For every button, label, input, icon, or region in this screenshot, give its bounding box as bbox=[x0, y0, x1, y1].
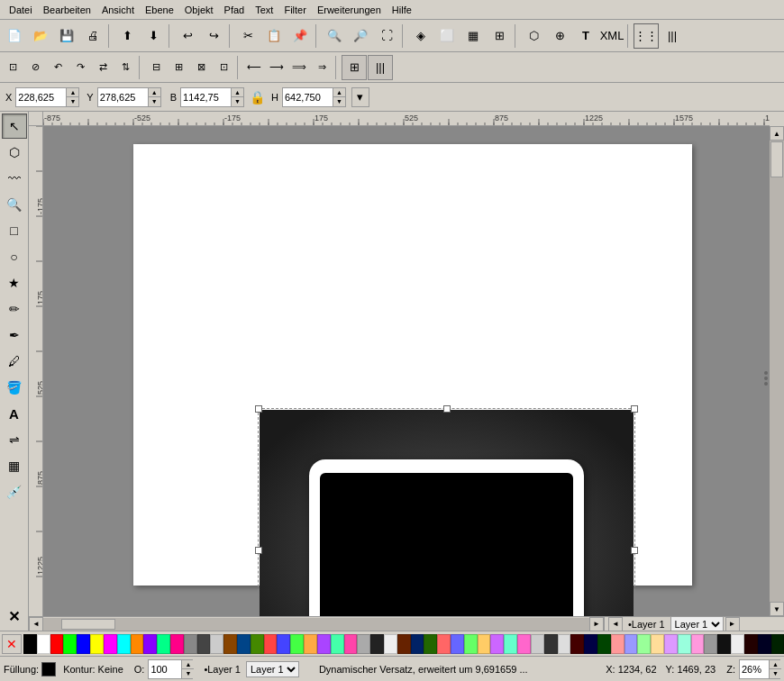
transform-btn[interactable]: ⊕ bbox=[547, 23, 572, 49]
x-spin-up[interactable]: ▲ bbox=[66, 88, 78, 97]
palette-color-ff8800[interactable] bbox=[131, 634, 144, 654]
grid-btn[interactable]: ||| bbox=[660, 23, 685, 49]
x-input[interactable] bbox=[16, 88, 66, 106]
palette-color-cc66ff[interactable] bbox=[490, 634, 504, 654]
v-scroll-thumb[interactable] bbox=[770, 141, 783, 177]
palette-color-aa44ff[interactable] bbox=[317, 634, 331, 654]
palette-color-004400[interactable] bbox=[597, 634, 611, 654]
snap-grid-toggle[interactable]: ||| bbox=[368, 55, 393, 80]
xml-btn[interactable]: XML bbox=[599, 23, 624, 49]
menu-pfad[interactable]: Pfad bbox=[219, 3, 251, 17]
copy-btn[interactable]: 📋 bbox=[261, 23, 287, 49]
ellipse-tool[interactable]: ○ bbox=[2, 244, 27, 269]
b-input[interactable] bbox=[181, 88, 231, 106]
tc-btn6[interactable]: ⇅ bbox=[114, 57, 136, 78]
palette-color-ffaa44[interactable] bbox=[304, 634, 317, 654]
palette-color-000000[interactable] bbox=[23, 634, 37, 654]
palette-color-999999[interactable] bbox=[704, 634, 717, 654]
palette-color-220000[interactable] bbox=[744, 634, 758, 654]
menu-ebene[interactable]: Ebene bbox=[140, 3, 179, 17]
y-spin-up[interactable]: ▲ bbox=[148, 88, 160, 97]
tc-btn13[interactable]: ⟹ bbox=[288, 57, 310, 78]
palette-color-662200[interactable] bbox=[397, 634, 411, 654]
zoom-spin-down[interactable]: ▼ bbox=[769, 669, 781, 678]
print-btn[interactable]: 🖨 bbox=[80, 23, 105, 49]
menu-ansicht[interactable]: Ansicht bbox=[96, 3, 140, 17]
palette-color-ffffff[interactable] bbox=[37, 634, 50, 654]
palette-color-4444ff[interactable] bbox=[277, 634, 290, 654]
x-spin-down[interactable]: ▼ bbox=[66, 97, 78, 106]
opacity-input[interactable] bbox=[149, 660, 181, 678]
v-scroll-track[interactable] bbox=[770, 141, 784, 602]
hscroll-right-btn[interactable]: ► bbox=[589, 617, 604, 631]
palette-color-000044[interactable] bbox=[584, 634, 597, 654]
tweak-tool[interactable]: 〰 bbox=[2, 166, 27, 191]
pencil-tool[interactable]: ✏ bbox=[2, 296, 27, 322]
import-btn[interactable]: ⬆ bbox=[114, 23, 140, 49]
palette-color-ffcc66[interactable] bbox=[478, 634, 491, 654]
handle-tr[interactable] bbox=[631, 405, 638, 413]
hscroll-left-btn[interactable]: ◄ bbox=[29, 617, 43, 631]
tc-btn7[interactable]: ⊟ bbox=[145, 57, 167, 78]
menu-bearbeiten[interactable]: Bearbeiten bbox=[38, 3, 96, 17]
zoom-fit-btn[interactable]: ⛶ bbox=[374, 23, 399, 49]
menu-filter[interactable]: Filter bbox=[278, 3, 311, 17]
undo-btn[interactable]: ↩ bbox=[175, 23, 200, 49]
zoom-out-btn[interactable]: 🔎 bbox=[348, 23, 373, 49]
tc-btn5[interactable]: ⇄ bbox=[92, 57, 114, 78]
palette-color-222222[interactable] bbox=[370, 634, 384, 654]
graphic-object[interactable] bbox=[260, 410, 634, 616]
tc-btn4[interactable]: ↷ bbox=[69, 57, 91, 78]
palette-color-44ffaa[interactable] bbox=[331, 634, 344, 654]
palette-color-004488[interactable] bbox=[237, 634, 251, 654]
palette-color-6666ff[interactable] bbox=[451, 634, 464, 654]
tc-btn12[interactable]: ⟶ bbox=[266, 57, 287, 78]
zoom-spin-up[interactable]: ▲ bbox=[769, 660, 781, 669]
palette-color-dddddd[interactable] bbox=[558, 634, 571, 654]
star-tool[interactable]: ★ bbox=[2, 270, 27, 295]
page-next-btn[interactable]: ► bbox=[725, 617, 740, 631]
menu-objekt[interactable]: Objekt bbox=[179, 3, 219, 17]
h-spin-down[interactable]: ▼ bbox=[333, 97, 345, 106]
h-scroll-thumb[interactable] bbox=[61, 619, 115, 630]
palette-color-ff6666[interactable] bbox=[437, 634, 451, 654]
palette-color-ff9999[interactable] bbox=[611, 634, 624, 654]
save-btn[interactable]: 💾 bbox=[54, 23, 79, 49]
palette-color-ff4444[interactable] bbox=[264, 634, 278, 654]
handle-tl[interactable] bbox=[255, 405, 262, 413]
tc-btn11[interactable]: ⟵ bbox=[243, 57, 265, 78]
zoom-in-btn[interactable]: 🔍 bbox=[322, 23, 347, 49]
palette-color-9999ff[interactable] bbox=[624, 634, 638, 654]
palette-color-0000ff[interactable] bbox=[77, 634, 90, 654]
snap-toggle[interactable]: ⊞ bbox=[342, 55, 367, 80]
palette-color-002266[interactable] bbox=[411, 634, 424, 654]
palette-color-cccccc[interactable] bbox=[531, 634, 544, 654]
palette-color-00ff00[interactable] bbox=[63, 634, 77, 654]
zoom-input[interactable] bbox=[740, 660, 769, 678]
tc-btn14[interactable]: ⇒ bbox=[311, 57, 333, 78]
palette-color-99ffdd[interactable] bbox=[678, 634, 691, 654]
pen-tool[interactable]: ✒ bbox=[2, 322, 27, 348]
page-prev-btn[interactable]: ◄ bbox=[608, 617, 623, 631]
palette-color-eeeeee[interactable] bbox=[731, 634, 744, 654]
palette-color-ff66cc[interactable] bbox=[517, 634, 531, 654]
open-btn[interactable]: 📂 bbox=[28, 23, 53, 49]
menu-datei[interactable]: Datei bbox=[4, 3, 38, 17]
lock-proportions-btn[interactable]: 🔒 bbox=[249, 89, 265, 105]
palette-color-002200[interactable] bbox=[771, 634, 785, 654]
palette-color-ff44aa[interactable] bbox=[344, 634, 358, 654]
palette-color-ffff00[interactable] bbox=[90, 634, 104, 654]
palette-color-ff99dd[interactable] bbox=[691, 634, 705, 654]
handle-mr[interactable] bbox=[631, 547, 638, 554]
export-btn[interactable]: ⬇ bbox=[141, 23, 166, 49]
rect-tool[interactable]: □ bbox=[2, 218, 27, 243]
fill-btn[interactable]: ◈ bbox=[408, 23, 433, 49]
no-color-btn[interactable]: ✕ bbox=[2, 634, 22, 654]
h-scroll-track[interactable] bbox=[43, 618, 589, 631]
text-tool-btn[interactable]: T bbox=[573, 23, 598, 49]
node-edit-btn[interactable]: ⬡ bbox=[521, 23, 546, 49]
snap-remove[interactable]: ✕ bbox=[2, 604, 27, 629]
y-spin-down[interactable]: ▼ bbox=[148, 97, 160, 106]
connector-tool[interactable]: ⇌ bbox=[2, 427, 27, 452]
palette-color-ff00ff[interactable] bbox=[104, 634, 117, 654]
